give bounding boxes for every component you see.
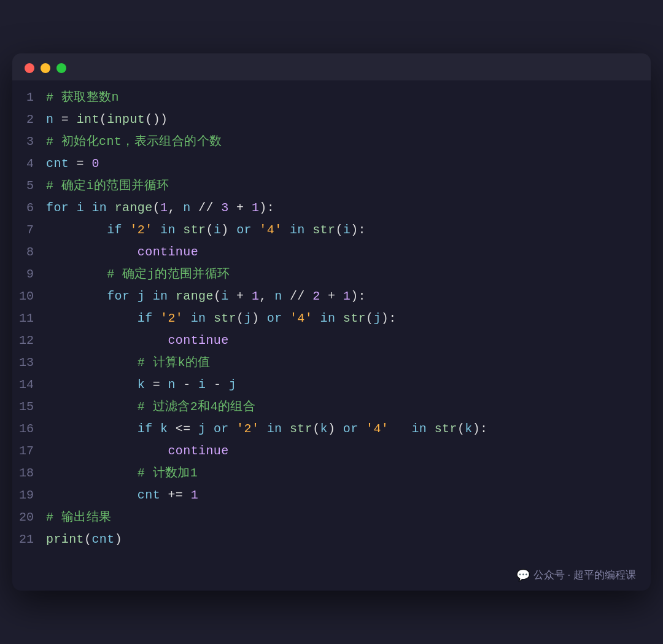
fn-token: print bbox=[46, 532, 84, 546]
kw-token: for bbox=[46, 201, 69, 215]
var-token: k bbox=[465, 422, 472, 436]
var-token: j bbox=[229, 378, 236, 392]
line-number: 20 bbox=[12, 510, 46, 524]
maximize-button[interactable] bbox=[56, 63, 66, 73]
kw-token: if bbox=[138, 311, 153, 325]
plain-token: ): bbox=[351, 223, 366, 237]
var-token: i bbox=[221, 289, 228, 303]
line-content: continue bbox=[46, 332, 229, 350]
plain-token: , bbox=[168, 201, 183, 215]
plain-token: + bbox=[320, 289, 343, 303]
code-line: 17 continue bbox=[12, 440, 651, 462]
line-number: 10 bbox=[12, 289, 46, 303]
line-number: 11 bbox=[12, 311, 46, 325]
plain-token: ( bbox=[335, 223, 343, 237]
code-line: 13 # 计算k的值 bbox=[12, 352, 651, 374]
plain-token bbox=[259, 422, 266, 436]
var-token: i bbox=[77, 201, 84, 215]
plain-token bbox=[229, 422, 236, 436]
plain-token bbox=[153, 311, 160, 325]
kw-token: in bbox=[290, 223, 305, 237]
var-token: k bbox=[160, 422, 168, 436]
str-token: '2' bbox=[130, 223, 152, 237]
code-line: 5# 确定i的范围并循环 bbox=[12, 175, 651, 197]
var-token: i bbox=[343, 223, 351, 237]
plain-token: <= bbox=[168, 422, 198, 436]
var-token: j bbox=[198, 422, 206, 436]
plain-token bbox=[46, 355, 138, 370]
cont-token: continue bbox=[168, 444, 228, 458]
line-content: if '2' in str(j) or '4' in str(j): bbox=[46, 309, 397, 328]
line-number: 4 bbox=[12, 157, 46, 171]
line-content: n = int(input()) bbox=[46, 111, 168, 129]
line-number: 12 bbox=[12, 333, 46, 347]
comment-token: # 输出结果 bbox=[46, 510, 111, 524]
line-number: 2 bbox=[12, 112, 46, 126]
var-token: j bbox=[244, 311, 252, 325]
kw-token: in bbox=[91, 201, 107, 215]
code-line: 20# 输出结果 bbox=[12, 506, 651, 529]
line-content: if '2' in str(i) or '4' in str(i): bbox=[46, 221, 366, 239]
plain-token bbox=[183, 311, 190, 325]
var-token: j bbox=[138, 289, 145, 303]
code-line: 19 cnt += 1 bbox=[12, 484, 651, 506]
close-button[interactable] bbox=[25, 63, 34, 73]
str-token: '4' bbox=[366, 422, 389, 436]
code-line: 10 for j in range(i + 1, n // 2 + 1): bbox=[12, 285, 651, 308]
num-token: 1 bbox=[160, 201, 168, 215]
line-content: continue bbox=[46, 243, 198, 262]
code-line: 11 if '2' in str(j) or '4' in str(j): bbox=[12, 308, 651, 330]
fn-token: range bbox=[115, 201, 153, 215]
plain-token bbox=[46, 223, 107, 237]
line-content: # 计算k的值 bbox=[46, 354, 211, 372]
code-line: 8 continue bbox=[12, 241, 651, 263]
var-token: k bbox=[320, 422, 328, 436]
kw-token: for bbox=[107, 289, 130, 303]
str-token: '4' bbox=[259, 223, 282, 237]
comment-token: # 计算k的值 bbox=[138, 355, 211, 370]
line-content: # 确定j的范围并循环 bbox=[46, 265, 230, 284]
plain-token bbox=[252, 223, 259, 237]
plain-token: ): bbox=[381, 311, 397, 325]
plain-token bbox=[107, 201, 114, 215]
var-token: j bbox=[373, 311, 381, 325]
plain-token: - bbox=[206, 378, 228, 392]
line-content: # 计数加1 bbox=[46, 464, 198, 483]
kw-token: or bbox=[214, 422, 229, 436]
num-token: 1 bbox=[191, 488, 198, 502]
line-content: for i in range(1, n // 3 + 1): bbox=[46, 199, 274, 217]
comment-token: # 确定i的范围并循环 bbox=[46, 179, 169, 193]
code-line: 3# 初始化cnt，表示组合的个数 bbox=[12, 131, 651, 153]
fn-token: input bbox=[107, 112, 145, 126]
plain-token bbox=[153, 223, 160, 237]
code-line: 4cnt = 0 bbox=[12, 153, 651, 175]
line-content: cnt = 0 bbox=[46, 155, 99, 173]
var-token: i bbox=[198, 378, 206, 392]
plain-token: // bbox=[282, 289, 313, 303]
plain-token: ( bbox=[206, 223, 214, 237]
line-number: 18 bbox=[12, 466, 46, 480]
plain-token: ( bbox=[312, 422, 320, 436]
code-line: 18 # 计数加1 bbox=[12, 462, 651, 484]
line-number: 21 bbox=[12, 532, 46, 546]
plain-token bbox=[206, 422, 213, 436]
kw-token: in bbox=[267, 422, 282, 436]
line-number: 15 bbox=[12, 400, 46, 414]
plain-token: ()) bbox=[145, 112, 168, 126]
kw-token: or bbox=[236, 223, 252, 237]
plain-token: ): bbox=[473, 422, 488, 436]
code-line: 14 k = n - i - j bbox=[12, 374, 651, 396]
plain-token bbox=[46, 488, 138, 502]
kw-token: in bbox=[191, 311, 206, 325]
line-number: 17 bbox=[12, 444, 46, 458]
plain-token bbox=[130, 289, 137, 303]
minimize-button[interactable] bbox=[41, 63, 50, 73]
kw-token: in bbox=[153, 289, 168, 303]
code-line: 15 # 过滤含2和4的组合 bbox=[12, 396, 651, 418]
line-content: # 过滤含2和4的组合 bbox=[46, 398, 255, 416]
num-token: 2 bbox=[312, 289, 320, 303]
num-token: 3 bbox=[221, 201, 228, 215]
plain-token bbox=[84, 201, 91, 215]
plain-token: - bbox=[176, 378, 198, 392]
cont-token: continue bbox=[168, 333, 228, 347]
